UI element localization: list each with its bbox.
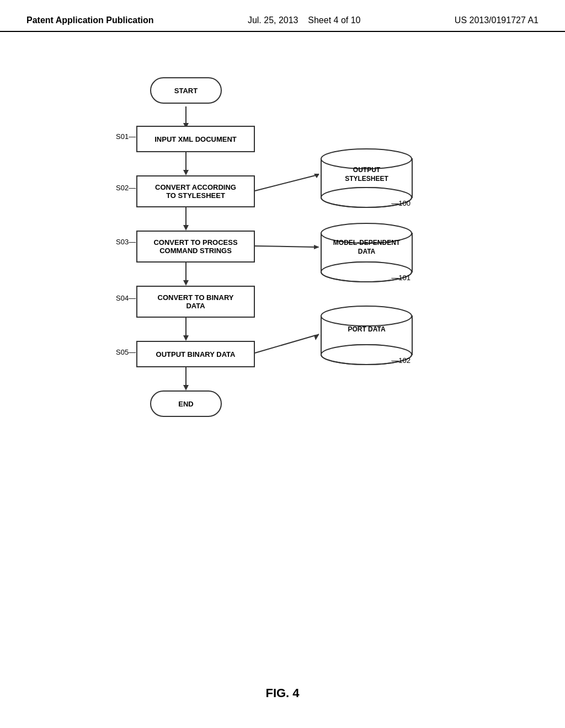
svg-marker-9: [183, 335, 189, 341]
header-left: Patent Application Publication: [26, 15, 154, 25]
svg-marker-5: [183, 225, 189, 231]
cyl-100-label: OUTPUT STYLESHEET: [318, 166, 415, 183]
svg-marker-7: [183, 280, 189, 286]
cyl-100: OUTPUT STYLESHEET —100: [318, 145, 415, 208]
cyl-101-number: —101: [391, 274, 411, 282]
svg-rect-31: [322, 345, 412, 355]
header-center: Jul. 25, 2013 Sheet 4 of 10: [248, 15, 361, 25]
step-s03-label: S03—: [116, 238, 136, 246]
s05-node: OUTPUT BINARY DATA: [136, 341, 255, 367]
end-node: END: [150, 390, 222, 417]
svg-rect-26: [322, 262, 412, 272]
step-s05-label: S05—: [116, 348, 136, 356]
cyl-102-number: —102: [391, 356, 411, 365]
step-s01-label: S01—: [116, 132, 136, 141]
header-sheet: Sheet 4 of 10: [308, 15, 360, 25]
header-date: Jul. 25, 2013: [248, 15, 299, 25]
cyl-101: MODEL-DEPENDENT DATA —101: [318, 220, 415, 283]
s01-node: INPUT XML DOCUMENT: [136, 126, 255, 152]
step-s02-label: S02—: [116, 184, 136, 192]
cyl-101-label: MODEL-DEPENDENT DATA: [318, 239, 415, 256]
svg-point-29: [321, 306, 412, 326]
cyl-100-number: —100: [391, 199, 411, 207]
start-node: START: [150, 77, 222, 104]
flowchart: START S01— INPUT XML DOCUMENT S02— CONVE…: [78, 65, 520, 495]
svg-rect-21: [322, 188, 412, 197]
svg-marker-3: [183, 170, 189, 175]
svg-marker-11: [183, 385, 189, 390]
s02-node: CONVERT ACCORDING TO STYLESHEET: [136, 175, 255, 207]
svg-line-14: [255, 246, 316, 247]
diagram-area: START S01— INPUT XML DOCUMENT S02— CONVE…: [0, 32, 565, 495]
figure-caption: FIG. 4: [0, 686, 565, 700]
cyl-102: PORT DATA —102: [318, 302, 415, 366]
cyl-102-label: PORT DATA: [318, 325, 415, 334]
header-right: US 2013/0191727 A1: [455, 15, 539, 25]
s03-node: CONVERT TO PROCESS COMMAND STRINGS: [136, 231, 255, 263]
s04-node: CONVERT TO BINARY DATA: [136, 286, 255, 318]
page-header: Patent Application Publication Jul. 25, …: [0, 0, 565, 32]
svg-line-16: [255, 335, 316, 353]
step-s04-label: S04—: [116, 294, 136, 302]
svg-line-12: [255, 175, 316, 191]
